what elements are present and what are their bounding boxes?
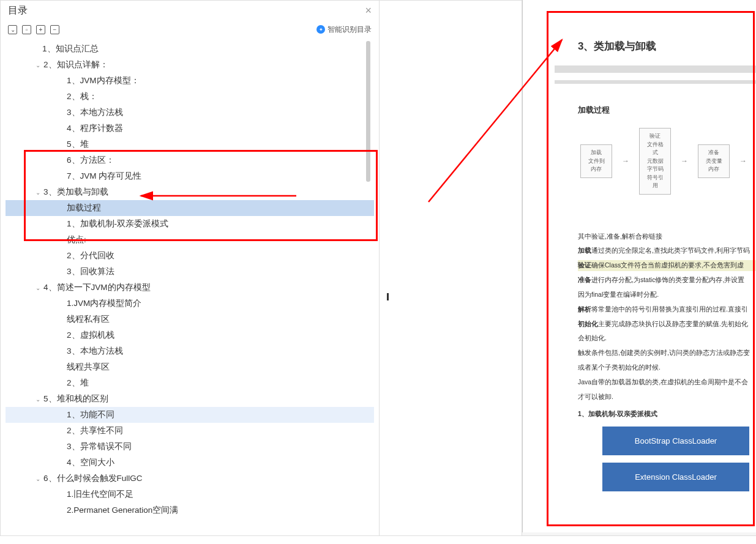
classloader-box-extension: Extension ClassLoader	[602, 463, 749, 491]
toc-item[interactable]: 2、栈：	[6, 89, 374, 105]
toc-item[interactable]: 2、分代回收	[6, 248, 374, 264]
toc-item-label: 6、方法区：	[67, 155, 114, 166]
toc-item[interactable]: 3、本地方法栈	[6, 343, 374, 359]
doc-para: 会初始化.	[578, 333, 756, 344]
doc-para: 因为final变量在编译时分配.	[578, 289, 756, 300]
expand-box-icon[interactable]: ▫	[22, 25, 31, 34]
arrow-icon: →	[681, 157, 688, 165]
toc-item[interactable]: ⌄5、堆和栈的区别	[6, 391, 374, 407]
flow-box-verify: 验证 文件格式 元数据 字节码 符号引用	[639, 128, 671, 195]
toc-item[interactable]: 1、功能不同	[6, 407, 374, 423]
toc-item[interactable]: 线程共享区	[6, 359, 374, 375]
chevron-down-icon[interactable]: ⌄	[34, 283, 42, 292]
doc-para: 解析将常量池中的符号引用替换为直接引用的过程.直接引	[578, 304, 756, 315]
toc-item-label: 4、空间大小	[67, 457, 114, 468]
smart-toc-button[interactable]: ✦ 智能识别目录	[316, 24, 372, 35]
minus-icon[interactable]: −	[50, 25, 59, 34]
toc-item-label: 2、堆	[67, 378, 89, 389]
doc-para: Java自带的加载器加载的类,在虚拟机的生命周期中是不会	[578, 377, 756, 388]
toc-item[interactable]: 5、堆	[6, 136, 374, 152]
toc-item-label: 2、栈：	[67, 91, 97, 102]
toc-item[interactable]: 线程私有区	[6, 311, 374, 327]
toc-item-label: 7、JVM 内存可见性	[67, 171, 141, 182]
toc-header: 目录 ×	[1, 1, 379, 20]
close-icon[interactable]: ×	[365, 4, 372, 17]
toc-item[interactable]: ⌄6、什么时候会触发FullGC	[6, 471, 374, 486]
arrow-icon: →	[739, 157, 747, 165]
toc-item[interactable]: 2、共享性不同	[6, 423, 374, 439]
toc-item-label: 1、JVM内存模型：	[67, 75, 140, 86]
toc-item[interactable]: ⌄2、知识点详解：	[6, 57, 374, 73]
doc-heading-2: 加载过程	[578, 105, 756, 116]
toc-item-label: 2.Permanet Generation空间满	[67, 505, 178, 516]
chevron-down-icon[interactable]: ⌄	[34, 188, 42, 196]
doc-para: 触发条件包括,创建类的实例时,访问类的静态方法或静态变	[578, 348, 756, 359]
doc-subheading: 1、加载机制-双亲委派模式	[578, 409, 756, 420]
toc-item-label: 4、程序计数器	[67, 123, 123, 134]
toc-panel: 目录 × ⌄ ▫ + − ✦ 智能识别目录 1、知识点汇总⌄2、知识点详解：1、…	[0, 0, 380, 538]
toc-item[interactable]: 3、回收算法	[6, 264, 374, 280]
smart-dot-icon: ✦	[316, 25, 325, 34]
toc-item-label: 3、本地方法栈	[67, 107, 123, 118]
doc-heading-1: 3、类加载与卸载	[578, 39, 756, 53]
toc-item[interactable]: 4、程序计数器	[6, 121, 374, 136]
chevron-down-icon[interactable]: ⌄	[34, 61, 42, 69]
toc-item-label: 1、功能不同	[67, 409, 114, 420]
toc-item-label: 2、分代回收	[67, 250, 114, 261]
plus-icon[interactable]: +	[36, 25, 45, 34]
toc-item[interactable]: 优点:	[6, 232, 374, 248]
toc-item-label: 2、共享性不同	[67, 425, 123, 436]
document-preview: 3、类加载与卸载 加载过程 加载 文件到内存 → 验证 文件格式 元数据 字节码…	[522, 0, 756, 532]
smart-toc-label: 智能识别目录	[327, 24, 372, 35]
toc-item-label: 6、什么时候会触发FullGC	[43, 473, 143, 484]
toc-item[interactable]: 1、加载机制-双亲委派模式	[6, 216, 374, 232]
toc-item[interactable]: 1.旧生代空间不足	[6, 486, 374, 502]
toc-item-label: 3、异常错误不同	[67, 441, 132, 452]
doc-para-highlighted: 验证确保Class文件符合当前虚拟机的要求,不会危害到虚	[578, 260, 756, 271]
toc-item[interactable]: 4、空间大小	[6, 455, 374, 471]
doc-para: 初始化主要完成静态块执行以及静态变量的赋值.先初始化	[578, 319, 756, 330]
toc-item-label: 3、本地方法栈	[67, 346, 123, 357]
toc-item[interactable]: 加载过程	[6, 200, 374, 216]
toc-item[interactable]: 3、本地方法栈	[6, 105, 374, 121]
toc-item[interactable]: ⌄4、简述一下JVM的内存模型	[6, 280, 374, 296]
toc-item-label: 1、加载机制-双亲委派模式	[67, 218, 168, 229]
doc-para: 才可以被卸.	[578, 392, 756, 403]
toc-list: 1、知识点汇总⌄2、知识点详解：1、JVM内存模型：2、栈：3、本地方法栈4、程…	[1, 39, 379, 537]
flow-diagram: 加载 文件到内存 → 验证 文件格式 元数据 字节码 符号引用 → 准备 类变量…	[580, 128, 756, 195]
doc-para: 其中验证,准备,解析合称链接	[578, 231, 756, 242]
toc-item-label: 5、堆	[67, 139, 89, 150]
flow-box-prepare: 准备 类变量内存	[698, 144, 730, 178]
toc-title: 目录	[8, 4, 28, 17]
toc-item-label: 5、堆和栈的区别	[43, 393, 108, 404]
toc-item[interactable]: 2.Permanet Generation空间满	[6, 502, 374, 518]
chevron-down-icon[interactable]: ⌄	[34, 395, 42, 403]
toc-toolbar: ⌄ ▫ + − ✦ 智能识别目录	[1, 20, 379, 39]
middle-gap	[380, 0, 522, 538]
toc-item[interactable]: 7、JVM 内存可见性	[6, 168, 374, 184]
toc-item-label: 1.旧生代空间不足	[67, 489, 133, 500]
toc-item[interactable]: 1.JVM内存模型简介	[6, 296, 374, 311]
cursor-marker	[387, 293, 389, 300]
toc-item[interactable]: 1、JVM内存模型：	[6, 73, 374, 89]
doc-para: 加载通过类的完全限定名,查找此类字节码文件,利用字节码	[578, 245, 756, 256]
toc-item-label: 4、简述一下JVM的内存模型	[43, 282, 151, 293]
scrollbar-thumb[interactable]	[366, 41, 370, 182]
toc-item-label: 加载过程	[67, 203, 101, 214]
flow-box-load: 加载 文件到内存	[580, 144, 612, 178]
toc-item-label: 优点:	[67, 234, 86, 245]
toc-item[interactable]: 3、异常错误不同	[6, 439, 374, 455]
toc-item-label: 1.JVM内存模型简介	[67, 298, 141, 309]
toc-item[interactable]: ⌄3、类加载与卸载	[6, 184, 374, 200]
toc-item[interactable]: 1、知识点汇总	[6, 41, 374, 57]
status-bar	[0, 535, 756, 544]
section-divider	[555, 65, 756, 73]
toc-item[interactable]: 6、方法区：	[6, 152, 374, 168]
toc-item[interactable]: 2、虚拟机栈	[6, 327, 374, 343]
collapse-all-icon[interactable]: ⌄	[8, 25, 17, 34]
chevron-down-icon[interactable]: ⌄	[34, 474, 42, 483]
toc-item[interactable]: 2、堆	[6, 375, 374, 391]
toc-item-label: 2、虚拟机栈	[67, 330, 114, 341]
toc-item-label: 3、类加载与卸载	[43, 187, 108, 198]
toc-item-label: 线程共享区	[67, 362, 110, 373]
